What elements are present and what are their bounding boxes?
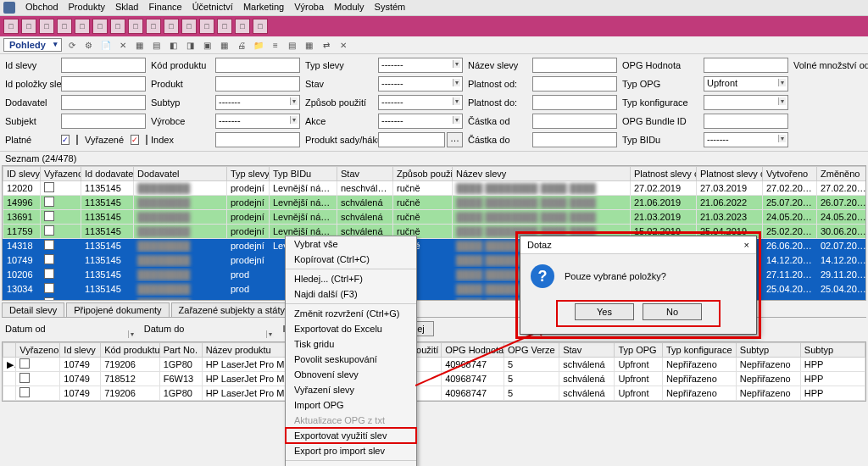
col-header[interactable]: Stav [559,343,615,358]
col-header[interactable]: Dodavatel [134,167,227,181]
col-header[interactable]: Platnost slevy do [697,167,763,181]
menu-moduly[interactable]: Moduly [334,2,364,14]
table-row[interactable]: 10749718512F6W13HP LaserJet Pro MFP M426… [3,372,865,386]
tb-icon[interactable]: ⟳ [65,38,79,52]
col-header[interactable]: Subtyp [800,343,865,358]
col-header[interactable]: Název slevy [453,167,631,181]
input-subjekt[interactable] [61,114,146,129]
menu-ucetnictvi[interactable]: Účetnictví [192,2,233,14]
menu-item[interactable]: Najdi další (F3) [286,286,416,302]
toolbar-btn[interactable]: □ [3,19,19,34]
toolbar-btn[interactable]: □ [217,19,232,34]
col-header[interactable]: Vyřazeno [41,167,81,181]
col-header[interactable]: Způsob použití [393,167,453,181]
menu-item[interactable]: Schválit [286,463,416,466]
yes-button[interactable]: Yes [575,303,634,320]
input-dodavatel[interactable] [61,95,146,110]
toolbar-btn[interactable]: □ [253,19,268,34]
toolbar-btn[interactable]: □ [164,19,179,34]
col-header[interactable]: Typ konfigurace [662,343,736,358]
tb-icon[interactable]: ⚙ [82,38,96,52]
col-header[interactable]: ID slevy [3,167,41,181]
menu-item[interactable]: Kopírovat (Ctrl+C) [286,252,416,267]
menu-system[interactable]: Systém [375,2,406,14]
combo-typ-konf[interactable] [704,95,788,110]
combo-typ-opg[interactable]: Upfront [704,76,788,92]
toolbar-btn[interactable]: □ [146,19,161,34]
col-header[interactable]: Subtyp [736,343,800,358]
table-row[interactable]: ▶107497192061GP80HP LaserJet Pro MFP M42… [3,358,865,372]
col-header[interactable]: Vytvořeno [763,167,817,181]
table-row[interactable]: 120201135145████████prodejníLevnější nák… [3,181,867,196]
table-row[interactable]: 107497192061GP80HP LaserJet Pro MFP M426… [3,386,865,401]
no-button[interactable]: No [643,303,702,320]
input-produkt[interactable] [215,76,300,92]
input-sada[interactable] [378,132,445,147]
col-header[interactable]: OPG Verze [504,343,559,358]
tb-icon[interactable]: ▤ [150,38,164,52]
col-header[interactable]: Typ slevy [227,167,270,181]
menu-item[interactable]: Vyřazení slevy [286,382,416,397]
menu-item[interactable]: Import OPG [286,397,416,413]
combo-stav[interactable]: ------- [378,76,463,92]
col-header[interactable] [3,343,16,358]
input-opg-h[interactable] [704,58,788,73]
col-header[interactable]: Id dodavatele [81,167,134,181]
input-id-pol[interactable] [61,76,146,92]
input-platnost-do[interactable] [532,95,617,110]
toolbar-btn[interactable]: □ [39,19,54,34]
tab[interactable]: Připojené dokumenty [66,302,169,317]
toolbar-btn[interactable]: □ [128,19,143,34]
tb-icon[interactable]: ▣ [201,38,214,52]
col-header[interactable]: Stav [337,167,393,181]
input-kod-prod[interactable] [215,58,300,73]
input-nazev[interactable] [532,58,617,73]
menu-item[interactable]: Exportovat využití slev [286,428,416,443]
dialog-close-icon[interactable]: × [744,240,749,250]
toolbar-btn[interactable]: □ [57,19,72,34]
combo-vyrobce[interactable]: ------- [215,114,300,129]
chk-vyrazene[interactable]: ✓ [131,135,139,145]
combo-bidu[interactable]: ------- [704,132,788,147]
menu-item[interactable]: Povolit seskupování [286,352,416,367]
toolbar-btn[interactable]: □ [199,19,214,34]
toolbar-btn[interactable]: □ [92,19,108,34]
toolbar-btn[interactable]: □ [181,19,197,34]
combo-subtyp[interactable]: ------- [215,95,300,110]
menu-item[interactable]: Exportovat do Excelu [286,321,416,336]
tb-icon[interactable]: 🖨 [235,38,248,52]
tb-icon[interactable]: ▦ [133,38,147,52]
tb-icon[interactable]: ▤ [286,38,299,52]
col-header[interactable]: Part No. [159,343,202,358]
combo-akce[interactable]: ------- [378,114,463,129]
col-header[interactable]: Kód produktu [101,343,160,358]
input-id-slevy[interactable] [61,58,146,73]
menu-item[interactable]: Tisk gridu [286,336,416,352]
tb-icon[interactable]: 📁 [252,38,265,52]
tab[interactable]: Zařazené subjekty a státy [171,302,292,317]
tb-icon[interactable]: ⇄ [320,38,333,52]
tb-icon[interactable]: ✕ [116,38,130,52]
input-bundle[interactable] [704,114,788,129]
table-row[interactable]: 136911135145████████prodejníLevnější nák… [3,210,867,225]
chk-platne[interactable]: ✓ [61,135,70,145]
col-header[interactable]: OPG Hodnota [442,343,504,358]
col-header[interactable]: Vyřazeno [16,343,60,358]
detail-grid[interactable]: VyřazenoId slevyKód produktuPart No.Náze… [2,341,866,402]
sada-lookup-btn[interactable]: … [447,132,463,147]
toolbar-btn[interactable]: □ [235,19,250,34]
col-header[interactable]: Změněno [817,167,867,181]
chk-platne2[interactable] [76,135,78,145]
col-header[interactable]: Platnost slevy od [631,167,697,181]
menu-item[interactable]: Export pro import slev [286,443,416,458]
col-header[interactable]: Id slevy [60,343,101,358]
toolbar-btn[interactable]: □ [21,19,36,34]
toolbar-btn[interactable]: □ [110,19,125,34]
toolbar-btn[interactable]: □ [75,19,90,34]
menu-item[interactable]: Obnovení slevy [286,367,416,382]
tb-icon[interactable]: ✕ [337,38,350,52]
col-header[interactable]: Typ BIDu [270,167,337,181]
menu-marketing[interactable]: Marketing [243,2,284,14]
menu-sklad[interactable]: Sklad [115,2,139,14]
menu-item[interactable]: Hledej... (Ctrl+F) [286,271,416,286]
